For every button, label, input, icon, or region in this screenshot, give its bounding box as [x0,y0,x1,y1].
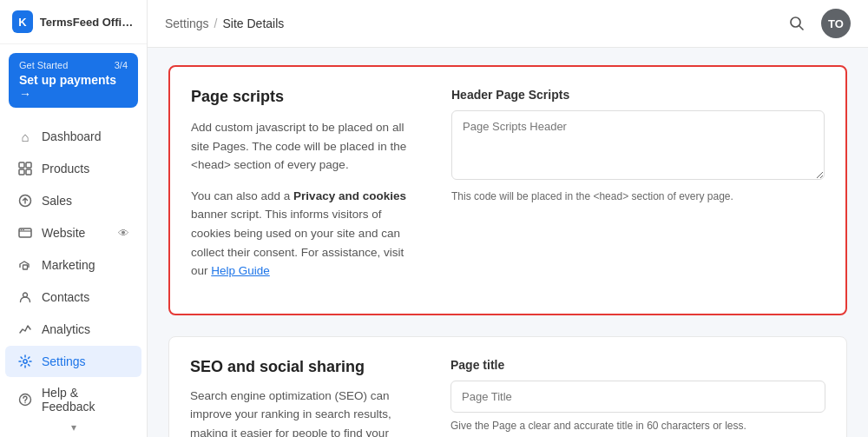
seo-card: SEO and social sharing Search engine opt… [168,336,847,437]
seo-title: SEO and social sharing [190,358,416,376]
page-title-hint: Give the Page a clear and accurate title… [450,420,825,432]
sidebar-item-label: Marketing [42,258,95,272]
eye-icon[interactable]: 👁 [118,227,129,240]
page-title-input[interactable] [450,381,825,413]
page-scripts-desc2: You can also add a Privacy and cookies b… [191,187,417,281]
seo-right: Page title Give the Page a clear and acc… [450,358,825,437]
analytics-icon [17,321,33,337]
banner-cta[interactable]: Set up payments → [19,73,128,101]
svg-rect-0 [19,162,24,168]
sidebar-logo[interactable]: K TermsFeed Office... [0,0,147,44]
sidebar-item-analytics[interactable]: Analytics [5,314,141,345]
breadcrumb-separator: / [214,17,218,30]
topbar: Settings / Site Details TO [148,0,868,48]
page-title-label: Page title [450,358,825,372]
svg-rect-3 [26,169,31,175]
sidebar-item-label: Contacts [42,290,89,304]
avatar[interactable]: TO [821,9,851,38]
products-icon [17,161,33,176]
topbar-actions: TO [783,9,851,38]
dashboard-icon: ⌂ [17,129,33,144]
sidebar-item-label: Settings [42,354,86,368]
page-scripts-left: Page scripts Add custom javascript to be… [191,88,417,293]
textarea-hint: This code will be placed in the <head> s… [451,190,825,202]
svg-rect-1 [26,162,31,168]
desc2-bold: Privacy and cookies [293,189,406,202]
sidebar-item-settings[interactable]: Settings [5,346,141,377]
help-icon [17,392,33,407]
sidebar-item-help[interactable]: Help & Feedback [5,378,141,418]
search-button[interactable] [783,10,811,37]
sidebar-item-dashboard[interactable]: ⌂ Dashboard [5,121,141,152]
breadcrumb: Settings / Site Details [165,17,284,30]
seo-desc: Search engine optimization (SEO) can imp… [190,387,416,437]
sidebar-item-label: Analytics [42,322,90,336]
svg-point-6 [21,229,23,231]
sidebar-item-label: Dashboard [42,129,102,143]
sidebar-item-sales[interactable]: Sales [5,185,141,216]
svg-point-13 [791,17,800,27]
sidebar-item-marketing[interactable]: Marketing [5,249,141,281]
sidebar-item-label: Website [42,226,85,240]
contacts-icon [17,289,33,305]
page-scripts-title: Page scripts [191,88,417,106]
sidebar-item-contacts[interactable]: Contacts [5,281,141,313]
main-area: Settings / Site Details TO Page scripts … [148,0,868,437]
desc2-prefix: You can also add a [191,189,293,202]
sales-icon [17,193,33,209]
content-area: Page scripts Add custom javascript to be… [148,48,868,437]
page-scripts-right: Header Page Scripts This code will be pl… [451,88,825,293]
banner-fraction: 3/4 [115,60,128,70]
sidebar-item-label: Sales [42,194,72,208]
seo-left: SEO and social sharing Search engine opt… [190,358,416,437]
sidebar: K TermsFeed Office... Get Started 3/4 Se… [0,0,148,437]
breadcrumb-current: Site Details [222,17,284,30]
header-scripts-label: Header Page Scripts [451,88,825,102]
svg-rect-8 [23,265,28,269]
sidebar-item-website[interactable]: Website 👁 [5,217,141,248]
svg-point-7 [23,229,24,231]
svg-rect-2 [19,169,24,175]
banner-label: Get Started [19,60,68,70]
sidebar-item-products[interactable]: Products [5,153,141,184]
breadcrumb-root[interactable]: Settings [165,17,209,30]
svg-point-10 [23,360,27,363]
page-scripts-textarea[interactable] [451,110,825,180]
app-logo-icon: K [12,10,33,33]
sidebar-nav: ⌂ Dashboard Products Sales Website 👁 [0,113,147,418]
app-name: TermsFeed Office... [40,16,135,29]
sidebar-item-label: Help & Feedback [42,386,129,414]
page-scripts-card: Page scripts Add custom javascript to be… [168,65,847,315]
svg-point-9 [23,293,28,297]
page-scripts-desc1: Add custom javascript to be placed on al… [191,118,417,175]
setup-payments-banner[interactable]: Get Started 3/4 Set up payments → [9,53,138,108]
sidebar-item-label: Products [42,162,89,175]
settings-icon [17,354,33,369]
svg-point-12 [24,402,25,403]
help-guide-link[interactable]: Help Guide [211,264,270,277]
website-icon [17,225,33,241]
scroll-indicator: ▾ [0,418,147,437]
marketing-icon [17,257,33,273]
